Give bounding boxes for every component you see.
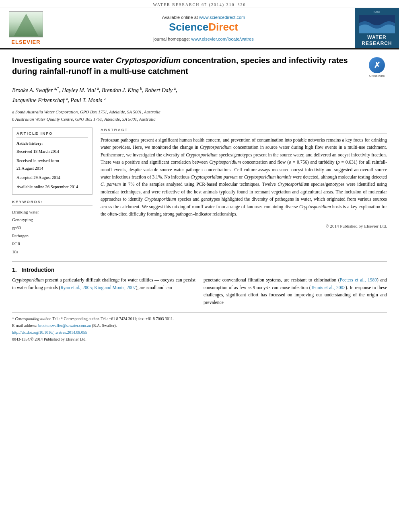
crossmark-icon: ✗	[369, 57, 385, 73]
water-research-title: WATERRESEARCH	[362, 35, 392, 46]
keyword-18s: 18s	[12, 248, 93, 256]
issn-line: 0043-1354/© 2014 Published by Elsevier L…	[12, 336, 387, 343]
keyword-genotyping: Genotyping	[12, 216, 93, 224]
author-jacqueline: Jacqueline Frizenschaf a	[12, 97, 68, 103]
author-robert: Robert Daly a	[145, 87, 176, 93]
received-revised: Received in revised form21 August 2014	[16, 157, 88, 173]
intro-number: 1.	[12, 267, 17, 273]
author-brendon: Brendon J. King b	[102, 87, 142, 93]
article-title-text: Investigating source water Cryptosporidi…	[12, 55, 361, 77]
available-online-label: Available online at	[162, 15, 198, 20]
abstract-label: ABSTRACT	[101, 127, 387, 134]
elsevier-tree-image	[9, 11, 43, 37]
water-research-wave	[359, 15, 395, 33]
author-brooke: Brooke A. Swaffer a,*	[12, 87, 59, 93]
intro-section: 1. Introduction Cryptosporidium present …	[12, 267, 387, 306]
iwa-label: IWA	[374, 10, 380, 14]
peeters-ref[interactable]: Peeters et al., 1989	[340, 277, 377, 282]
intro-heading-text: Introduction	[22, 267, 55, 273]
available-online-date: Available online 26 September 2014	[16, 183, 88, 191]
article-body: Investigating source water Cryptosporidi…	[0, 49, 399, 348]
article-info-label: ARTICLE INFO	[16, 131, 88, 138]
journal-homepage-line: journal homepage: www.elsevier.com/locat…	[153, 37, 253, 41]
keywords-section: Keywords: Drinking water Genotyping gp60…	[12, 199, 93, 256]
article-title: Investigating source water Cryptosporidi…	[12, 55, 361, 77]
copyright-line: © 2014 Published by Elsevier Ltd.	[101, 221, 387, 228]
intro-col-left: Cryptosporidium present a particularly d…	[12, 276, 195, 306]
intro-col-right: penetrate conventional filtration system…	[204, 276, 387, 306]
corresponding-author: * Corresponding author. Tel.: * Correspo…	[12, 315, 387, 322]
affiliations: a South Australia Water Corporation, GPO…	[12, 109, 387, 123]
teunis-ref[interactable]: Teunis et al., 2002	[311, 285, 346, 290]
top-banner: ELSEVIER Available online at www.science…	[0, 8, 399, 49]
col-right: ABSTRACT Protozoan pathogens present a s…	[101, 127, 387, 256]
crossmark-badge[interactable]: ✗ CrossMark	[367, 57, 387, 78]
author-hayley: Hayley M. Vial a	[62, 87, 99, 93]
article-title-section: Investigating source water Cryptosporidi…	[12, 55, 387, 81]
abstract-text: Protozoan pathogens present a significan…	[101, 136, 387, 218]
elsevier-logo-box: ELSEVIER	[0, 8, 52, 48]
doi-link[interactable]: http://dx.doi.org/10.1016/j.watres.2014.…	[12, 330, 87, 335]
available-online-line: Available online at www.sciencedirect.co…	[162, 15, 245, 20]
history-label: Article history:	[16, 140, 88, 147]
keyword-gp60: gp60	[12, 224, 93, 232]
received-1: Received 18 March 2014	[16, 148, 88, 156]
journal-homepage-url[interactable]: www.elsevier.com/locate/watres	[191, 37, 253, 41]
accepted-date: Accepted 29 August 2014	[16, 174, 88, 182]
col-left: ARTICLE INFO Article history: Received 1…	[12, 127, 93, 256]
email-line: E-mail address: brooke.swaffer@sawater.c…	[12, 322, 387, 329]
crossmark-label: CrossMark	[369, 74, 385, 78]
affiliation-b: b Australian Water Quality Centre, GPO B…	[12, 116, 387, 123]
center-header: Available online at www.sciencedirect.co…	[52, 8, 355, 48]
email-link[interactable]: brooke.swaffer@sawater.com.au	[38, 323, 91, 328]
keyword-drinking-water: Drinking water	[12, 208, 93, 216]
author-paul: Paul T. Monis b	[70, 97, 105, 103]
authors-section: Brooke A. Swaffer a,*, Hayley M. Vial a,…	[12, 85, 387, 105]
email-suffix: (B.A. Swaffer).	[92, 323, 117, 328]
affiliation-a: a South Australia Water Corporation, GPO…	[12, 109, 387, 116]
email-label: E-mail address:	[12, 323, 37, 328]
article-info-box: ARTICLE INFO Article history: Received 1…	[12, 127, 93, 194]
ryan-ref[interactable]: Ryan et al., 2005; King and Monis, 2007	[60, 285, 136, 290]
corresponding-label: * Corresponding author. Tel.: * Correspo…	[12, 316, 174, 321]
intro-heading: 1. Introduction	[12, 267, 387, 273]
sciencedirect-url[interactable]: www.sciencedirect.com	[199, 15, 245, 20]
water-research-logo: IWA WATERRESEARCH	[355, 8, 399, 48]
elsevier-wordmark: ELSEVIER	[11, 39, 40, 45]
divider	[12, 261, 387, 262]
doi-line: http://dx.doi.org/10.1016/j.watres.2014.…	[12, 329, 387, 336]
sd-direct: Direct	[208, 21, 238, 33]
intro-two-col: Cryptosporidium present a particularly d…	[12, 276, 387, 306]
article-history: Article history: Received 18 March 2014 …	[16, 140, 88, 191]
footnotes: * Corresponding author. Tel.: * Correspo…	[12, 312, 387, 343]
keywords-label: Keywords:	[12, 199, 93, 206]
article-info-abstract: ARTICLE INFO Article history: Received 1…	[12, 127, 387, 256]
keyword-pcr: PCR	[12, 240, 93, 248]
sd-science: Science	[169, 21, 208, 33]
journal-homepage-label: journal homepage:	[153, 37, 190, 41]
keyword-pathogen: Pathogen	[12, 232, 93, 240]
journal-header-bar: WATER RESEARCH 67 (2014) 310–320	[0, 0, 399, 8]
journal-bar-text: WATER RESEARCH 67 (2014) 310–320	[153, 2, 246, 7]
sciencedirect-title: ScienceDirect	[169, 21, 238, 33]
